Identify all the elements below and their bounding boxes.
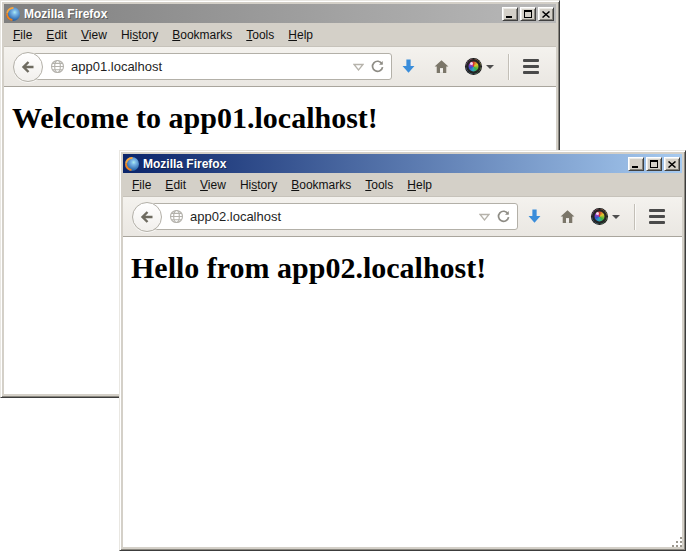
back-arrow-icon — [139, 209, 155, 225]
menu-bar: FileEditViewHistoryBookmarksToolsHelp — [4, 23, 556, 46]
titlebar[interactable]: Mozilla Firefox — [123, 154, 682, 173]
download-button[interactable] — [392, 52, 425, 82]
window-title: Mozilla Firefox — [143, 157, 628, 171]
menu-item-view[interactable]: View — [74, 25, 114, 45]
minimize-icon — [506, 16, 512, 18]
minimize-button[interactable] — [502, 7, 518, 21]
reload-icon[interactable] — [496, 209, 511, 224]
page-content: Hello from app02.localhost! — [123, 237, 682, 547]
window-title: Mozilla Firefox — [24, 7, 502, 21]
url-text: app02.localhost — [190, 209, 479, 224]
extension-color-wheel-icon — [592, 209, 607, 224]
minimize-icon — [632, 166, 638, 168]
menu-item-tools[interactable]: Tools — [239, 25, 281, 45]
url-text: app01.localhost — [71, 59, 353, 74]
maximize-icon — [650, 160, 658, 168]
home-icon — [433, 58, 450, 75]
home-button[interactable] — [551, 202, 584, 232]
globe-icon — [50, 59, 65, 74]
menu-item-file[interactable]: File — [6, 25, 39, 45]
back-arrow-icon — [20, 59, 36, 75]
download-button[interactable] — [518, 202, 551, 232]
firefox-logo-icon — [125, 157, 139, 171]
close-icon — [542, 11, 550, 18]
resize-grip[interactable] — [669, 534, 683, 548]
download-arrow-icon — [526, 208, 543, 225]
firefox-logo-icon — [6, 7, 20, 21]
menu-button[interactable] — [515, 52, 547, 82]
minimize-button[interactable] — [628, 157, 644, 171]
menu-item-view[interactable]: View — [193, 175, 233, 195]
caret-down-icon — [612, 215, 620, 219]
page-heading: Hello from app02.localhost! — [131, 251, 682, 285]
menu-item-help[interactable]: Help — [400, 175, 439, 195]
navigation-toolbar: app01.localhost — [4, 46, 556, 87]
close-button[interactable] — [664, 157, 680, 171]
menu-item-edit[interactable]: Edit — [158, 175, 193, 195]
titlebar[interactable]: Mozilla Firefox — [4, 4, 556, 23]
download-arrow-icon — [400, 58, 417, 75]
hamburger-menu-icon — [523, 59, 539, 74]
url-bar[interactable]: app02.localhost — [152, 203, 518, 230]
home-button[interactable] — [425, 52, 458, 82]
caret-down-icon — [486, 65, 494, 69]
globe-icon — [169, 209, 184, 224]
firefox-window-app02: Mozilla Firefox FileEditViewHistoryBookm… — [119, 150, 686, 551]
menu-item-edit[interactable]: Edit — [39, 25, 74, 45]
menu-bar: FileEditViewHistoryBookmarksToolsHelp — [123, 173, 682, 196]
extension-button[interactable] — [458, 52, 502, 82]
menu-item-file[interactable]: File — [125, 175, 158, 195]
navigation-toolbar: app02.localhost — [123, 196, 682, 237]
menu-item-help[interactable]: Help — [281, 25, 320, 45]
maximize-icon — [524, 10, 532, 18]
toolbar-separator — [634, 204, 635, 230]
menu-item-tools[interactable]: Tools — [358, 175, 400, 195]
page-heading: Welcome to app01.localhost! — [12, 101, 556, 135]
url-bar[interactable]: app01.localhost — [33, 53, 392, 80]
maximize-button[interactable] — [520, 7, 536, 21]
menu-item-bookmarks[interactable]: Bookmarks — [165, 25, 239, 45]
menu-button[interactable] — [641, 202, 673, 232]
urlbar-dropdown-icon[interactable] — [353, 63, 364, 71]
menu-item-history[interactable]: History — [233, 175, 284, 195]
home-icon — [559, 208, 576, 225]
back-button[interactable] — [132, 202, 162, 232]
maximize-button[interactable] — [646, 157, 662, 171]
reload-icon[interactable] — [370, 59, 385, 74]
menu-item-bookmarks[interactable]: Bookmarks — [284, 175, 358, 195]
extension-color-wheel-icon — [466, 59, 481, 74]
urlbar-dropdown-icon[interactable] — [479, 213, 490, 221]
hamburger-menu-icon — [649, 209, 665, 224]
toolbar-separator — [508, 54, 509, 80]
extension-button[interactable] — [584, 202, 628, 232]
menu-item-history[interactable]: History — [114, 25, 165, 45]
close-icon — [668, 161, 676, 168]
back-button[interactable] — [13, 52, 43, 82]
close-button[interactable] — [538, 7, 554, 21]
